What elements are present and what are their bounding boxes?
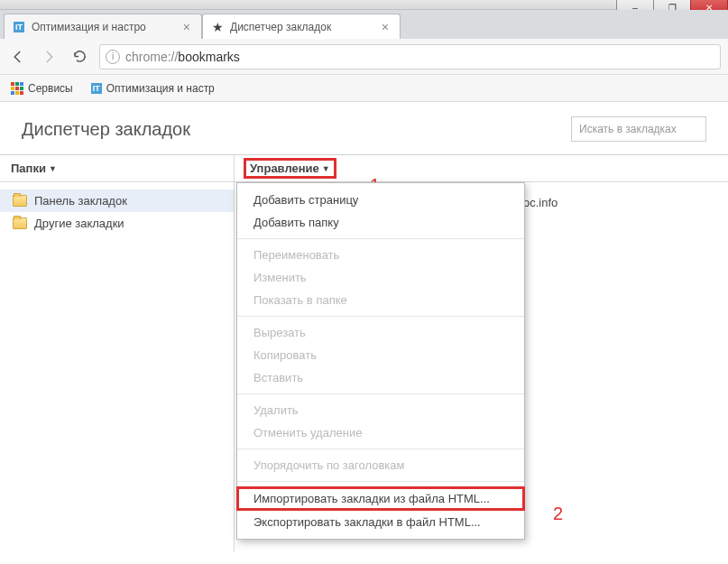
bookmarks-bar: Сервисы IT Оптимизация и настр (0, 75, 728, 102)
back-button[interactable] (7, 46, 29, 68)
star-icon: ★ (210, 20, 225, 34)
apps-grid-icon (11, 82, 23, 95)
tab-close-icon[interactable]: × (180, 20, 194, 34)
page-header: Диспетчер закладок Искать в закладках (0, 102, 728, 154)
folders-column: Папки▼ Панель закладок Другие закладки (0, 155, 235, 552)
manage-dropdown-button[interactable]: Управление▼ (244, 158, 336, 179)
bookmark-item-partial[interactable]: oc.info (523, 196, 558, 209)
manage-dropdown-menu: Добавить страницу Добавить папку Переиме… (236, 182, 525, 540)
folder-icon (13, 195, 27, 207)
menu-add-folder[interactable]: Добавить папку (237, 211, 524, 234)
menu-edit: Изменить (237, 266, 524, 289)
apps-shortcut[interactable]: Сервисы (5, 79, 78, 97)
bookmark-label: Оптимизация и настр (106, 82, 215, 95)
address-bar[interactable]: i chrome://bookmarks (99, 44, 721, 69)
menu-export-html[interactable]: Экспортировать закладки в файл HTML... (237, 511, 524, 533)
tab-optimization[interactable]: IT Оптимизация и настро × (4, 14, 202, 39)
folder-label: Панель закладок (34, 194, 127, 208)
apps-label: Сервисы (28, 82, 73, 95)
menu-separator (237, 448, 524, 449)
annotation-2: 2 (553, 504, 563, 524)
search-placeholder: Искать в закладках (579, 123, 677, 135)
tab-close-icon[interactable]: × (378, 20, 392, 34)
forward-button[interactable] (38, 46, 60, 68)
menu-delete: Удалить (237, 399, 524, 421)
tab-bookmarks-manager[interactable]: ★ Диспетчер закладок × (202, 14, 401, 39)
menu-copy: Копировать (237, 344, 524, 366)
menu-rename: Переименовать (237, 244, 524, 266)
url-text: chrome://bookmarks (125, 50, 240, 64)
manage-header-row: Управление▼ (235, 155, 728, 182)
menu-cut: Вырезать (237, 321, 524, 344)
menu-paste: Вставить (237, 366, 524, 389)
tab-title: Диспетчер закладок (230, 21, 378, 33)
folder-other-bookmarks[interactable]: Другие закладки (0, 212, 234, 235)
bookmarks-list-column: Управление▼ oc.info Добавить страницу До… (235, 155, 728, 552)
menu-separator (237, 481, 524, 482)
menu-separator (237, 316, 524, 317)
reload-button[interactable] (69, 46, 90, 68)
menu-separator (237, 238, 524, 239)
menu-undo-delete: Отменить удаление (237, 421, 524, 444)
folder-list: Панель закладок Другие закладки (0, 182, 234, 242)
folders-header[interactable]: Папки▼ (0, 155, 234, 182)
folder-bookmarks-bar[interactable]: Панель закладок (0, 190, 234, 212)
tab-strip: IT Оптимизация и настро × ★ Диспетчер за… (0, 10, 728, 39)
tab-title: Оптимизация и настро (32, 21, 180, 33)
caret-down-icon: ▼ (322, 164, 330, 173)
bookmarks-manager: Папки▼ Панель закладок Другие закладки У… (0, 154, 728, 552)
site-info-icon[interactable]: i (106, 50, 120, 64)
window-titlebar: – ❐ ✕ (0, 0, 728, 10)
menu-separator (237, 393, 524, 394)
bookmark-item-optimization[interactable]: IT Оптимизация и настр (86, 79, 220, 97)
menu-add-page[interactable]: Добавить страницу (237, 189, 524, 211)
browser-toolbar: i chrome://bookmarks (0, 39, 728, 75)
folder-label: Другие закладки (34, 217, 124, 230)
it-favicon-icon: IT (12, 20, 26, 34)
menu-import-html[interactable]: Импортировать закладки из файла HTML... (236, 486, 525, 511)
search-bookmarks-input[interactable]: Искать в закладках (571, 116, 706, 142)
folder-icon (13, 217, 27, 229)
menu-show-in-folder: Показать в папке (237, 289, 524, 311)
it-favicon-icon: IT (91, 83, 102, 94)
menu-sort-by-title: Упорядочить по заголовкам (237, 454, 524, 476)
page-title: Диспетчер закладок (22, 119, 190, 140)
caret-down-icon: ▼ (49, 164, 57, 173)
